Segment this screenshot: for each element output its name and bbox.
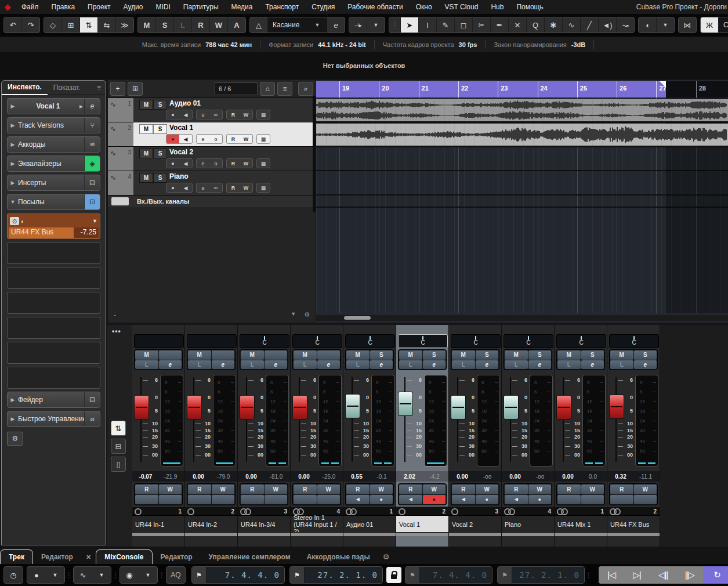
solo-button[interactable]: S [634,350,657,360]
mute-button[interactable]: M [139,173,153,183]
punch-in-value[interactable]: 7. 4. 4. 0 [420,567,492,583]
channel-name[interactable]: UR44 FX Bus [607,515,660,533]
channel-edit-button[interactable]: e [197,183,209,192]
track-row-Аудио 01[interactable]: ∿1MSАудио 01●◀e∞RW▦ [108,97,316,122]
channel-edit-button[interactable]: e [212,360,235,370]
punch-in-flag-icon[interactable]: ⚑ [405,567,420,583]
menu-Hub[interactable]: Hub [484,3,510,11]
send-slot-empty[interactable] [7,242,100,264]
solo-button[interactable]: S [423,350,446,360]
snap-type-select[interactable]: Сетка▼ [719,17,728,32]
menu-Правка[interactable]: Правка [45,3,82,11]
mixer-strip-UR44 In-3/4[interactable]: CMLe6051015203000061218243040500.00-81.0… [238,325,291,547]
spacer-button[interactable] [212,495,235,505]
pan-control[interactable]: C [292,334,342,348]
chevron-down-icon[interactable]: ▼ [92,567,111,583]
menu-Проект[interactable]: Проект [81,3,117,11]
mute-button[interactable]: M [188,350,211,360]
channel-edit-button[interactable]: e [581,360,604,370]
pan-control[interactable]: C [345,334,395,348]
monitor-button[interactable]: ◀ [179,135,192,143]
record-enable-button[interactable]: ● [166,135,179,143]
mixer-strip-Piano[interactable]: CMSLe6051015203000061218243040500.00-ooR… [502,325,555,547]
channel-name[interactable]: UR44 Mix 1 [555,515,607,533]
spacer-button[interactable] [610,495,633,505]
pan-control[interactable]: C [451,334,501,348]
record-enable-button[interactable]: ● [370,495,393,505]
feedback-tool[interactable]: ↝ [617,17,634,32]
cycle-end-marker-icon[interactable] [660,81,666,88]
read-button[interactable]: R [227,110,240,119]
track-list-scrollbar[interactable] [313,96,316,212]
solo-button[interactable]: S [153,124,167,134]
inserts-icon[interactable]: ⊟ [84,175,100,190]
mute-button[interactable]: M [610,350,633,360]
mixer-strip-UR44 In-1[interactable]: MLe605101520300006121824304050-0.07-21.9… [132,325,185,547]
fader-sec-icon[interactable]: ⊟ [84,392,100,407]
undo-button[interactable]: ↶ [4,17,22,32]
pan-control[interactable]: C [398,334,448,348]
read-automation-button[interactable]: R [505,484,528,494]
mute-button[interactable]: M [557,350,581,360]
pan-control[interactable] [187,334,237,348]
auto-quantize-button[interactable]: AQ [166,567,185,583]
menu-Файл[interactable]: Файл [15,3,45,11]
read-button[interactable]: R [227,159,240,168]
read-button[interactable]: R [227,135,240,143]
scrollbar-thumb[interactable] [344,316,371,320]
fader-handle[interactable] [292,395,307,419]
send-slot-empty[interactable] [7,342,100,364]
spacer-button[interactable] [265,495,288,505]
link-button[interactable]: o [209,159,222,168]
channel-name[interactable]: UR44 In-1 [132,515,184,533]
automation-mode-select[interactable]: Касание▼ [268,17,327,32]
write-button[interactable]: W [240,159,252,168]
right-locator-value[interactable]: 27. 2. 1. 0 [305,567,382,583]
fader-handle[interactable] [609,395,624,419]
quick-icon[interactable]: ⌀ [84,411,100,426]
routing-view-button[interactable]: ⊟ [111,439,126,454]
record-enable-button[interactable]: ● [166,183,179,192]
solo-button[interactable] [212,350,235,360]
channel-edit-button[interactable]: e [634,360,657,370]
state-W-button[interactable]: W [210,17,228,32]
state-S-button[interactable]: S [156,17,174,32]
listen-button[interactable]: L [399,360,422,370]
go-end-button[interactable]: ▷| [624,566,650,584]
split-tool[interactable]: ✂ [473,17,491,32]
channel-edit-button[interactable]: e [197,159,209,168]
right-locator-flag-icon[interactable]: ⚑ [290,567,305,583]
cycle-button[interactable]: ↻ [703,566,728,584]
punch-out-value[interactable]: 27. 2. 1. 0 [512,567,584,583]
solo-button[interactable]: S [153,149,167,158]
mixer-strip-UR44 In-2[interactable]: MLe6051015203000061218243040500.00-79.0R… [185,325,238,547]
zoom-tool-tool[interactable]: Q [527,17,545,32]
state-A-button[interactable]: A [228,17,245,32]
read-automation-button[interactable]: R [452,484,475,494]
lower-zone-gear-icon[interactable]: ⚙ [378,549,394,564]
lower-zone-tab-Аккордовые пэды[interactable]: Аккордовые пэды [299,550,378,564]
write-automation-button[interactable]: W [265,484,288,494]
inspector-menu-icon[interactable]: ≡ [97,84,106,92]
channel-edit-button[interactable]: e [423,360,446,370]
mute-tool[interactable]: ✕ [509,17,527,32]
channel-edit-button[interactable]: e [370,360,393,370]
left-locator-value[interactable]: 7. 4. 4. 0 [207,567,284,583]
send-slot-empty[interactable] [7,267,100,289]
read-automation-button[interactable]: R [399,484,422,494]
fader-handle[interactable] [504,395,519,419]
inspector-section-equalizer[interactable]: ▶Эквалайзеры◈ [7,155,100,172]
timeline-ruler[interactable]: 19202122232425262728 [316,81,728,97]
write-button[interactable]: W [240,135,252,143]
audio-clip-audio01[interactable] [316,99,728,122]
fader-handle[interactable] [556,395,571,419]
left-locator-flag-icon[interactable]: ⚑ [192,567,207,583]
mute-button[interactable]: M [505,350,528,360]
inspector-section-inserts[interactable]: ▶Инсерты⊟ [7,175,100,191]
write-automation-button[interactable]: W [528,484,552,494]
pan-control[interactable]: C [240,334,289,348]
channel-edit-button[interactable]: e [265,360,288,370]
read-automation-button[interactable]: R [241,484,264,494]
state-L-button[interactable]: L [174,17,192,32]
spacer-button[interactable] [135,495,158,505]
